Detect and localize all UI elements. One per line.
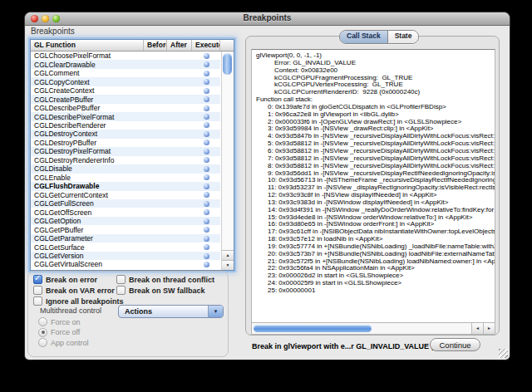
execute-cell[interactable] [192,79,220,85]
execute-breakpoint-orb-icon[interactable] [204,131,209,137]
execute-cell[interactable] [192,184,220,189]
resize-grip[interactable] [499,349,508,358]
table-row[interactable]: CGLDestroyPixelFormat [31,147,220,155]
column-header-execute[interactable]: Execute [192,40,220,51]
execute-cell[interactable] [192,201,220,207]
execute-breakpoint-orb-icon[interactable] [204,105,209,111]
checkbox-break-on-var-error[interactable]: Break on VAR error [33,286,115,295]
console-horizontal-scrollbar[interactable]: ◄ ► [252,322,495,334]
table-row[interactable]: CGLDescribePBuffer [31,104,220,112]
table-row[interactable]: CGLDescribeRenderer [31,121,220,130]
list-vertical-scrollbar[interactable]: ▲ ▼ [221,51,234,270]
execute-cell[interactable] [192,174,220,180]
execute-breakpoint-orb-icon[interactable] [204,96,209,102]
actions-dropdown[interactable]: Actions ▼ [118,305,224,318]
execute-cell[interactable] [192,236,220,242]
table-row[interactable]: CGLCopyContext [31,77,220,86]
execute-cell[interactable] [192,71,220,76]
execute-breakpoint-orb-icon[interactable] [204,201,209,207]
execute-breakpoint-orb-icon[interactable] [204,244,209,250]
unchecked-checkbox-icon[interactable] [33,286,42,295]
checkbox-break-on-error[interactable]: Break on error [33,275,97,284]
table-row[interactable]: CGLGetParameter [31,234,220,243]
scroll-left-icon[interactable]: ◄ [471,323,483,334]
column-header-after[interactable]: After [167,40,192,51]
continue-button[interactable]: Continue [430,338,480,351]
execute-breakpoint-orb-icon[interactable] [204,140,209,145]
execute-cell[interactable] [192,105,220,111]
table-row[interactable]: CGLGetCurrentContext [31,191,220,199]
execute-cell[interactable] [192,218,220,224]
scrollbar-thumb[interactable] [223,53,232,75]
scrollbar-thumb[interactable] [254,325,372,332]
execute-breakpoint-orb-icon[interactable] [204,79,209,85]
execute-breakpoint-orb-icon[interactable] [204,149,209,154]
execute-cell[interactable] [192,244,220,250]
execute-breakpoint-orb-icon[interactable] [204,157,209,163]
execute-cell[interactable] [192,53,220,59]
execute-breakpoint-orb-icon[interactable] [204,184,209,189]
table-row[interactable]: CGLDestroyContext [31,130,220,138]
table-row[interactable]: CGLDescribePixelFormat [31,112,220,120]
execute-cell[interactable] [192,262,220,267]
execute-cell[interactable] [192,253,220,259]
column-header-before[interactable]: Before [144,40,167,51]
unchecked-checkbox-icon[interactable] [116,275,126,284]
table-row[interactable]: CGLGetPBuffer [31,225,220,233]
execute-breakpoint-orb-icon[interactable] [204,227,209,233]
execute-breakpoint-orb-icon[interactable] [204,88,209,94]
table-row[interactable]: CGLDisable [31,164,220,173]
table-row[interactable]: CGLGetOption [31,217,220,225]
execute-breakpoint-orb-icon[interactable] [204,166,209,172]
radio-app-control[interactable]: App control [38,338,89,347]
execute-cell[interactable] [192,122,220,128]
radio-force-off[interactable]: Force off [38,328,80,337]
radio-button-icon[interactable] [38,328,47,337]
execute-breakpoint-orb-icon[interactable] [204,174,209,180]
table-row[interactable]: CGLChoosePixelFormat [31,51,220,60]
execute-breakpoint-orb-icon[interactable] [204,61,209,67]
execute-cell[interactable] [192,192,220,198]
title-bar[interactable]: Breakpoints [25,12,510,26]
execute-breakpoint-orb-icon[interactable] [204,262,209,267]
execute-cell[interactable] [192,61,220,67]
checkbox-ignore-all-breakpoints[interactable]: Ignore all breakpoints [33,296,124,306]
table-row[interactable]: CGLEnable [31,174,220,182]
execute-breakpoint-orb-icon[interactable] [204,253,209,259]
scroll-down-icon[interactable]: ▼ [222,260,234,270]
table-row[interactable]: CGLGetVersion [31,252,220,260]
checkbox-break-on-thread-conflict[interactable]: Break on thread conflict [116,275,214,284]
tab-call-stack[interactable]: Call Stack [340,31,387,43]
table-row[interactable]: CGLCreatePBuffer [31,95,220,103]
execute-breakpoint-orb-icon[interactable] [204,122,209,128]
execute-cell[interactable] [192,114,220,120]
table-row[interactable]: CGLDestroyPBuffer [31,139,220,147]
execute-cell[interactable] [192,88,220,94]
execute-breakpoint-orb-icon[interactable] [204,53,209,59]
checked-checkbox-icon[interactable] [33,275,42,284]
table-row[interactable]: CGLComment [31,69,220,77]
scroll-right-icon[interactable]: ► [483,323,495,334]
table-row[interactable]: CGLGetSurface [31,243,220,251]
radio-button-icon[interactable] [38,317,47,326]
execute-breakpoint-orb-icon[interactable] [204,114,209,120]
execute-breakpoint-orb-icon[interactable] [204,192,209,198]
execute-cell[interactable] [192,227,220,233]
table-row[interactable]: CGLGetVirtualScreen [31,260,220,268]
execute-breakpoint-orb-icon[interactable] [204,236,209,242]
tab-state[interactable]: State [387,31,419,43]
radio-force-on[interactable]: Force on [38,317,81,326]
execute-breakpoint-orb-icon[interactable] [204,71,209,76]
execute-breakpoint-orb-icon[interactable] [204,218,209,224]
execute-cell[interactable] [192,140,220,145]
table-row[interactable]: CGLFlushDrawable [31,182,220,190]
table-row[interactable]: CGLDestroyRendererInfo [31,156,220,164]
execute-cell[interactable] [192,131,220,137]
execute-cell[interactable] [192,157,220,163]
radio-button-icon[interactable] [38,338,47,347]
checkbox-break-on-sw-fallback[interactable]: Break on SW fallback [116,286,205,295]
table-row[interactable]: CGLCreateContext [31,86,220,95]
table-row[interactable]: CGLGetOffScreen [31,208,220,216]
execute-cell[interactable] [192,149,220,154]
execute-cell[interactable] [192,96,220,102]
